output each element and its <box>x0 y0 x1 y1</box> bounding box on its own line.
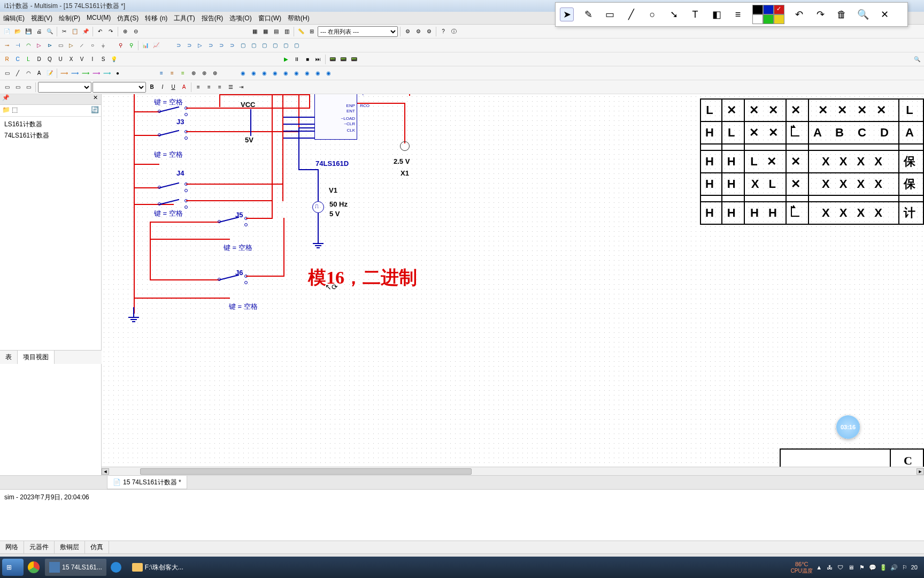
eraser-icon[interactable]: ◧ <box>710 7 723 21</box>
menu-edit[interactable]: 编辑(E) <box>0 12 28 24</box>
tray-network-icon[interactable]: 🖧 <box>826 563 834 572</box>
italic-icon[interactable]: I <box>158 82 167 92</box>
grid2-icon[interactable]: ▦ <box>260 27 270 36</box>
align1-icon[interactable]: ▭ <box>2 82 12 92</box>
switch-j5[interactable] <box>219 219 246 225</box>
swatch-blue[interactable] <box>763 5 774 14</box>
weight-icon[interactable]: ≡ <box>731 7 745 21</box>
circle-icon[interactable]: ○ <box>645 7 659 21</box>
rectangle-icon[interactable]: ▭ <box>603 7 617 21</box>
shape-arc-icon[interactable]: ◠ <box>24 69 33 78</box>
zoom-out-icon[interactable]: ⊖ <box>131 27 141 36</box>
place-i-icon[interactable]: I <box>88 55 97 64</box>
just-left-icon[interactable]: ≡ <box>194 82 203 92</box>
new-icon[interactable]: 📄 <box>2 27 12 36</box>
document-tab[interactable]: 📄 15 74LS161计数器 * <box>107 476 187 489</box>
tray-battery-icon[interactable]: 🔋 <box>879 563 888 572</box>
cpu-temp-widget[interactable]: 86°C CPU温度 <box>791 561 813 573</box>
place-ic-icon[interactable]: U <box>56 55 65 64</box>
comp-sw-icon[interactable]: ⟋ <box>77 41 87 50</box>
panel-pin-icon[interactable]: 📌 <box>2 94 10 104</box>
font-family-select[interactable] <box>38 82 91 93</box>
step-icon[interactable]: ⏭ <box>313 55 323 64</box>
arrow-icon[interactable]: ➘ <box>667 7 681 21</box>
net3-icon[interactable]: ⊕ <box>210 69 220 78</box>
pen-icon[interactable]: ✎ <box>581 7 595 21</box>
gate-or-icon[interactable]: ⊃ <box>184 41 194 50</box>
menu-options[interactable]: 选项(O) <box>226 12 255 24</box>
ff-jk-icon[interactable]: ▢ <box>249 41 258 50</box>
zoom-in-icon[interactable]: ⊕ <box>120 27 130 36</box>
place-l-icon[interactable]: L <box>24 55 33 64</box>
align3-icon[interactable]: ▭ <box>24 82 33 92</box>
counter-icon[interactable]: ▢ <box>270 41 280 50</box>
place-v-icon[interactable]: V <box>77 55 87 64</box>
mux-icon[interactable]: ▢ <box>281 41 290 50</box>
tab-project-view[interactable]: 项目视图 <box>18 351 55 364</box>
underline-icon[interactable]: U <box>168 82 178 92</box>
place-led-icon[interactable]: 💡 <box>109 55 119 64</box>
virt3-icon[interactable]: ◉ <box>259 69 269 78</box>
pause-icon[interactable]: ⏸ <box>292 55 302 64</box>
tree-view-icon[interactable]: 📁 ⬚ <box>2 106 18 115</box>
virt5-icon[interactable]: ◉ <box>281 69 290 78</box>
probe1-icon[interactable]: ⚲ <box>116 41 125 50</box>
virt1-icon[interactable]: ◉ <box>238 69 248 78</box>
close-anno-icon[interactable]: ✕ <box>877 7 891 21</box>
bus1-icon[interactable]: ≡ <box>157 69 166 78</box>
color-icon[interactable]: A <box>179 82 189 92</box>
comp-l-icon[interactable]: ◠ <box>24 41 33 50</box>
comp-c-icon[interactable]: ⊣ <box>13 41 22 50</box>
ic-74ls161d[interactable]: ENP ENT ~LOAD ~CLR CLK QD RCO <box>314 94 357 140</box>
gate-not-icon[interactable]: ▷ <box>195 41 205 50</box>
list-icon[interactable]: ☰ <box>226 82 235 92</box>
place-d-icon[interactable]: D <box>34 55 44 64</box>
save-icon[interactable]: 💾 <box>24 27 33 36</box>
explorer-task[interactable]: F:\珠创客大... <box>128 559 188 576</box>
text-icon[interactable]: T <box>688 7 702 21</box>
junc-icon[interactable]: ● <box>113 69 122 78</box>
place-q-icon[interactable]: Q <box>45 55 55 64</box>
place-r-icon[interactable]: R <box>2 55 12 64</box>
align2-icon[interactable]: ▭ <box>13 82 22 92</box>
list-dropdown[interactable]: --- 在用列表 --- <box>318 26 398 37</box>
switch-j4b[interactable] <box>159 202 186 207</box>
menu-help[interactable]: 帮助(H) <box>284 12 313 24</box>
wire1-icon[interactable]: ⟿ <box>59 69 69 78</box>
virt4-icon[interactable]: ◉ <box>270 69 280 78</box>
preview-icon[interactable]: 🔍 <box>45 27 55 36</box>
tray-volume-icon[interactable]: 🔊 <box>890 563 898 572</box>
swatch-black[interactable] <box>752 5 763 14</box>
inst1-icon[interactable]: 📟 <box>328 55 337 64</box>
virt9-icon[interactable]: ◉ <box>324 69 333 78</box>
switch-j6[interactable] <box>219 277 246 283</box>
undo-icon[interactable]: ↶ <box>95 27 105 36</box>
help-icon[interactable]: ? <box>438 27 448 36</box>
comp-gnd-icon[interactable]: ⏚ <box>98 41 108 50</box>
scroll-right-icon[interactable]: ► <box>917 468 924 475</box>
annotation-toolbar[interactable]: ➤ ✎ ▭ ╱ ○ ➘ T ◧ ≡ ✓ ↶ ↷ 🗑 🔍 ✕ <box>555 2 908 27</box>
swatch-white[interactable] <box>752 14 763 24</box>
virt7-icon[interactable]: ◉ <box>302 69 312 78</box>
virt6-icon[interactable]: ◉ <box>291 69 301 78</box>
copy-icon[interactable]: 📋 <box>70 27 80 36</box>
db2-icon[interactable]: ⚙ <box>413 27 423 36</box>
tray-display-icon[interactable]: 🖥 <box>847 563 856 572</box>
stop-icon[interactable]: ■ <box>303 55 312 64</box>
swatch-red[interactable]: ✓ <box>774 5 784 14</box>
tab-nets[interactable]: 网络 <box>0 541 24 553</box>
tray-clock[interactable]: 20 <box>911 564 918 571</box>
inst2-icon[interactable]: 📟 <box>338 55 348 64</box>
ruler-icon[interactable]: 📏 <box>296 27 306 36</box>
redo-icon[interactable]: ↷ <box>106 27 116 36</box>
comp-ic-icon[interactable]: ▭ <box>56 41 65 50</box>
bus2-icon[interactable]: ≡ <box>167 69 177 78</box>
net2-icon[interactable]: ⊕ <box>199 69 209 78</box>
inst3-icon[interactable]: 📟 <box>349 55 359 64</box>
source-v1[interactable] <box>312 201 324 213</box>
scroll-left-icon[interactable]: ◄ <box>102 468 109 475</box>
grid-icon[interactable]: ▦ <box>250 27 259 36</box>
probe-x1[interactable] <box>400 141 410 151</box>
zoom-anno-icon[interactable]: 🔍 <box>856 7 870 21</box>
gate-xor-icon[interactable]: ⊃ <box>227 41 237 50</box>
